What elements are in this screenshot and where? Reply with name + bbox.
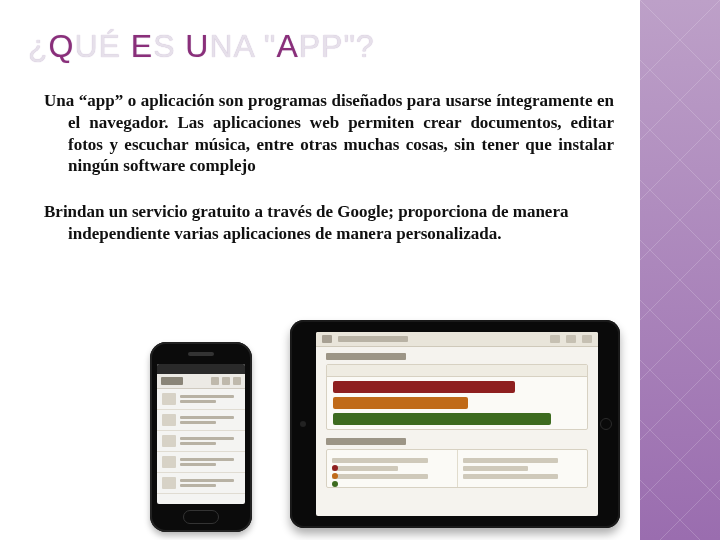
legend-column — [327, 450, 457, 487]
bar-icon — [333, 413, 551, 425]
smartphone-mockup — [150, 342, 252, 532]
list-item — [157, 431, 245, 452]
toolbar-button-icon — [566, 335, 576, 343]
tablet-content — [316, 347, 598, 502]
tablet-app-logo-icon — [322, 335, 332, 343]
title-cap-q: Q — [49, 28, 75, 64]
bar-icon — [333, 397, 468, 409]
phone-home-button-icon — [183, 510, 219, 524]
list-item — [157, 452, 245, 473]
list-item — [157, 473, 245, 494]
chart-panel — [326, 364, 588, 430]
title-cap-a: A — [276, 28, 298, 64]
details-column — [457, 450, 588, 487]
paragraph-1: Una “app” o aplicación son programas dis… — [44, 90, 614, 177]
title-cap-e: E — [131, 28, 153, 64]
phone-screen — [157, 364, 245, 504]
legend-dot-icon — [332, 481, 338, 487]
tablet-title-placeholder — [338, 336, 408, 342]
tablet-screen — [316, 332, 598, 516]
title-seg3: NA " — [209, 28, 276, 64]
phone-speaker-icon — [188, 352, 214, 356]
list-item — [157, 389, 245, 410]
title-seg1: UÉ — [74, 28, 130, 64]
list-item — [157, 410, 245, 431]
summary-panel — [326, 449, 588, 488]
toolbar-button-icon — [582, 335, 592, 343]
title-pre: ¿ — [28, 28, 49, 64]
tablet-camera-icon — [300, 421, 306, 427]
slide-title: ¿QUÉ ES UNA "APP"? — [28, 28, 375, 65]
tablet-home-button-icon — [600, 418, 612, 430]
section-heading-placeholder — [326, 353, 406, 360]
body-text: Una “app” o aplicación son programas dis… — [44, 90, 614, 269]
panel-header — [327, 365, 587, 377]
tablet-mockup — [290, 320, 620, 528]
phone-status-bar — [157, 364, 245, 374]
title-seg2: S — [153, 28, 185, 64]
device-illustrations — [150, 320, 650, 530]
bar-icon — [333, 381, 515, 393]
thumbnail-icon — [162, 435, 176, 447]
thumbnail-icon — [162, 456, 176, 468]
phone-app-header — [157, 374, 245, 389]
thumbnail-icon — [162, 477, 176, 489]
paragraph-2: Brindan un servicio gratuito a través de… — [44, 201, 614, 245]
thumbnail-icon — [162, 414, 176, 426]
section-heading-placeholder — [326, 438, 406, 445]
thumbnail-icon — [162, 393, 176, 405]
title-cap-u: U — [185, 28, 209, 64]
phone-header-tabs — [211, 377, 241, 385]
phone-app-logo-icon — [161, 377, 183, 385]
toolbar-button-icon — [550, 335, 560, 343]
tablet-toolbar — [316, 332, 598, 347]
title-seg4: PP"? — [299, 28, 375, 64]
